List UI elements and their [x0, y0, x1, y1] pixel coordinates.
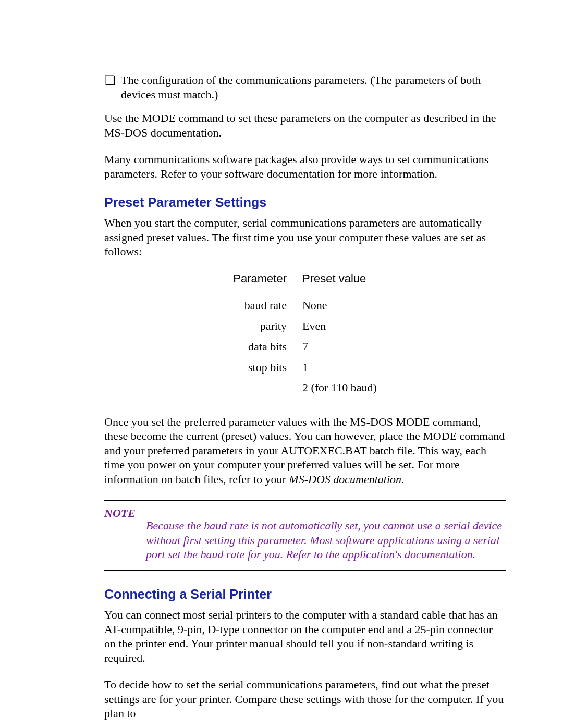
table-cell: 2 (for 110 baud) [302, 380, 377, 395]
intro-paragraph-2: Many communications software packages al… [104, 152, 506, 181]
note-block: NOTE Because the baud rate is not automa… [104, 500, 506, 571]
note-body: Because the baud rate is not automatical… [146, 506, 506, 562]
note-label: NOTE [104, 506, 146, 521]
table-cell: data bits [233, 339, 287, 354]
section1-after: Once you set the preferred parameter val… [104, 415, 506, 487]
table-cell: 7 [302, 339, 377, 354]
table-cell: Even [302, 319, 377, 334]
note-inner: NOTE Because the baud rate is not automa… [104, 506, 506, 567]
table-cell: parity [233, 319, 287, 334]
table-header-parameter: Parameter [233, 272, 287, 286]
table-cell: stop bits [233, 360, 287, 375]
parameter-column: Parameter baud rate parity data bits sto… [233, 272, 287, 401]
heading-connecting-serial-printer: Connecting a Serial Printer [104, 586, 506, 602]
table-header-preset-value: Preset value [302, 272, 377, 286]
checkbox-icon: ❏ [104, 73, 121, 87]
heading-preset-parameter-settings: Preset Parameter Settings [104, 194, 506, 211]
table-cell: baud rate [233, 298, 287, 313]
document-page: ❏ The configuration of the communication… [0, 0, 563, 728]
section1-after-em: MS-DOS documentation. [289, 473, 404, 486]
parameter-table: Parameter baud rate parity data bits sto… [104, 272, 506, 401]
section1-lead: When you start the computer, serial comm… [104, 216, 506, 259]
table-cell: None [302, 298, 377, 313]
table-cell: 1 [302, 360, 377, 375]
bullet-text: The configuration of the communications … [121, 73, 506, 102]
bullet-item: ❏ The configuration of the communication… [104, 73, 506, 102]
section2-p2: To decide how to set the serial communic… [104, 677, 506, 721]
intro-paragraph-1: Use the MODE command to set these parame… [104, 111, 506, 140]
preset-value-column: Preset value None Even 7 1 2 (for 110 ba… [302, 272, 377, 401]
section2-p1: You can connect most serial printers to … [104, 608, 506, 665]
